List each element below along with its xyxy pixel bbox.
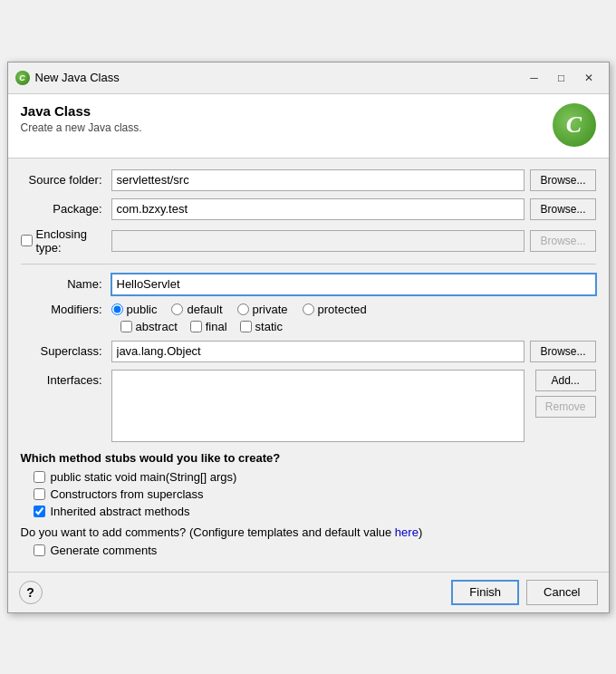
generate-comments-checkbox[interactable]	[34, 544, 45, 556]
source-folder-browse-button[interactable]: Browse...	[530, 169, 595, 191]
enclosing-type-input[interactable]	[111, 230, 525, 252]
modifier-private-option[interactable]: private	[237, 303, 288, 316]
package-input[interactable]	[111, 198, 525, 220]
modifier-abstract-checkbox[interactable]	[120, 321, 132, 332]
stub-constructors-label: Constructors from superclass	[51, 487, 204, 501]
source-folder-input[interactable]	[111, 169, 525, 191]
stub-main-option: public static void main(String[] args)	[21, 470, 596, 484]
enclosing-type-label-wrapper: Enclosing type:	[21, 227, 111, 255]
modifier-private-label: private	[253, 303, 288, 316]
stub-main-checkbox[interactable]	[34, 471, 45, 483]
enclosing-type-browse-button[interactable]: Browse...	[530, 230, 595, 252]
header-info: Java Class Create a new Java class.	[21, 103, 142, 134]
modifier-final-label: final	[206, 320, 227, 333]
modifier-static-option[interactable]: static	[240, 320, 283, 333]
interfaces-label: Interfaces:	[21, 373, 111, 387]
modifier-public-option[interactable]: public	[111, 303, 158, 316]
modifiers-row: Modifiers: public default private protec…	[21, 303, 596, 316]
package-row: Package: Browse...	[21, 198, 596, 220]
modifier-protected-label: protected	[318, 303, 367, 316]
modifier-protected-radio[interactable]	[303, 303, 314, 315]
name-label: Name:	[21, 277, 111, 291]
stubs-question: Which method stubs would you like to cre…	[21, 451, 596, 465]
enclosing-type-checkbox[interactable]	[21, 235, 33, 246]
minimize-button[interactable]: ─	[522, 68, 547, 88]
close-button[interactable]: ✕	[576, 68, 602, 88]
comments-question-text1: Do you want to add comments? (Configure …	[21, 525, 395, 539]
modifier-abstract-label: abstract	[136, 320, 178, 333]
package-browse-button[interactable]: Browse...	[530, 198, 595, 220]
dialog-window: C New Java Class ─ □ ✕ Java Class Create…	[7, 62, 610, 613]
separator-1	[21, 264, 596, 265]
window-icon: C	[15, 71, 30, 85]
modifier-final-checkbox[interactable]	[190, 321, 202, 332]
generate-comments-option: Generate comments	[21, 544, 596, 557]
enclosing-type-label: Enclosing type:	[36, 227, 102, 255]
bottom-buttons: Finish Cancel	[451, 580, 597, 605]
finish-button[interactable]: Finish	[451, 580, 519, 605]
modifiers-row2: abstract final static	[21, 320, 596, 333]
interfaces-add-button[interactable]: Add...	[535, 370, 596, 391]
title-bar-left: C New Java Class	[15, 71, 120, 85]
interfaces-row: Interfaces: Add... Remove	[21, 370, 596, 442]
name-input[interactable]	[111, 274, 596, 295]
modifiers-label: Modifiers:	[21, 303, 111, 316]
header-panel: Java Class Create a new Java class. C	[8, 94, 609, 159]
superclass-input[interactable]	[111, 341, 525, 362]
interfaces-buttons: Add... Remove	[530, 370, 596, 418]
modifier-abstract-option[interactable]: abstract	[120, 320, 178, 333]
modifier-final-option[interactable]: final	[190, 320, 227, 333]
interfaces-remove-button[interactable]: Remove	[535, 396, 596, 418]
eclipse-logo: C	[553, 103, 596, 147]
stub-inherited-option: Inherited abstract methods	[21, 505, 596, 518]
modifier-protected-option[interactable]: protected	[303, 303, 367, 316]
comments-here-link[interactable]: here	[395, 525, 419, 539]
dialog-subtitle: Create a new Java class.	[21, 121, 142, 134]
window-title: New Java Class	[35, 71, 120, 84]
modifier-public-radio[interactable]	[111, 303, 123, 315]
modifier-static-checkbox[interactable]	[240, 321, 252, 332]
maximize-button[interactable]: □	[549, 68, 574, 88]
stub-inherited-label: Inherited abstract methods	[51, 505, 190, 518]
stub-main-label: public static void main(String[] args)	[51, 470, 237, 484]
source-folder-label: Source folder:	[21, 173, 111, 187]
package-label: Package:	[21, 202, 111, 216]
superclass-row: Superclass: Browse...	[21, 341, 596, 362]
modifier-default-label: default	[187, 303, 222, 316]
title-bar: C New Java Class ─ □ ✕	[8, 63, 609, 94]
modifier-static-label: static	[255, 320, 283, 333]
comments-question: Do you want to add comments? (Configure …	[21, 525, 596, 539]
enclosing-type-row: Enclosing type: Browse...	[21, 227, 596, 255]
dialog-title: Java Class	[21, 103, 142, 119]
generate-comments-label: Generate comments	[51, 544, 158, 557]
comments-section: Do you want to add comments? (Configure …	[21, 525, 596, 557]
interfaces-input[interactable]	[111, 370, 525, 442]
stub-constructors-option: Constructors from superclass	[21, 487, 596, 501]
superclass-label: Superclass:	[21, 344, 111, 358]
source-folder-row: Source folder: Browse...	[21, 169, 596, 191]
superclass-browse-button[interactable]: Browse...	[530, 341, 595, 362]
help-button[interactable]: ?	[19, 581, 43, 604]
title-buttons: ─ □ ✕	[522, 68, 602, 88]
stub-constructors-checkbox[interactable]	[34, 488, 45, 500]
cancel-button[interactable]: Cancel	[526, 580, 597, 605]
modifier-default-radio[interactable]	[171, 303, 183, 315]
modifiers-options: public default private protected	[111, 303, 367, 316]
stub-inherited-checkbox[interactable]	[34, 506, 45, 517]
bottom-bar: ? Finish Cancel	[8, 572, 609, 612]
name-row: Name:	[21, 274, 596, 295]
comments-question-text2: )	[419, 525, 422, 539]
form-content: Source folder: Browse... Package: Browse…	[8, 159, 609, 572]
modifier-private-radio[interactable]	[237, 303, 249, 315]
modifier-default-option[interactable]: default	[171, 303, 222, 316]
modifier-public-label: public	[127, 303, 158, 316]
